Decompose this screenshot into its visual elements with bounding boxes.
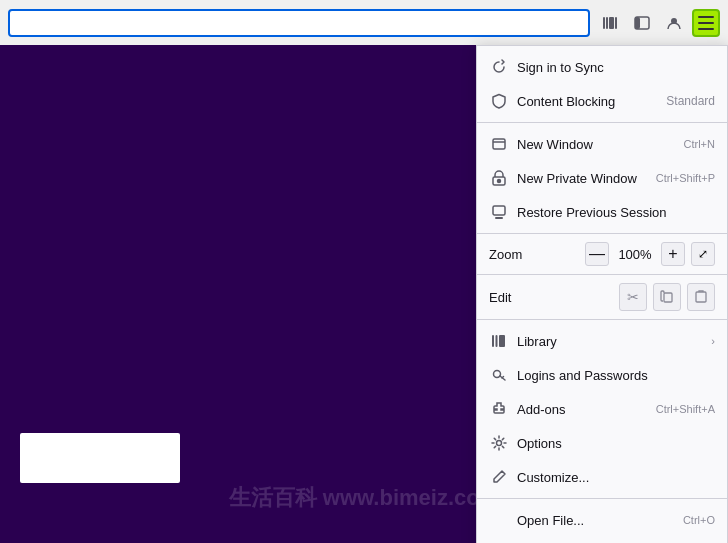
menu-item-open-file[interactable]: Open File... Ctrl+O xyxy=(477,503,727,537)
zoom-row: Zoom — 100% + ⤢ xyxy=(477,238,727,270)
customize-icon xyxy=(489,467,509,487)
zoom-plus-icon: + xyxy=(668,245,677,263)
restore-icon xyxy=(489,202,509,222)
svg-rect-10 xyxy=(493,139,505,149)
svg-rect-2 xyxy=(609,17,614,29)
open-file-label: Open File... xyxy=(517,513,675,528)
zoom-out-button[interactable]: — xyxy=(585,242,609,266)
svg-rect-9 xyxy=(698,28,714,30)
sidebar-button[interactable] xyxy=(628,9,656,37)
divider-2 xyxy=(477,233,727,234)
svg-rect-1 xyxy=(606,17,608,29)
addons-label: Add-ons xyxy=(517,402,648,417)
menu-item-sign-in-sync[interactable]: Sign in to Sync xyxy=(477,50,727,84)
edit-row: Edit ✂ xyxy=(477,279,727,315)
divider-5 xyxy=(477,498,727,499)
zoom-fullscreen-button[interactable]: ⤢ xyxy=(691,242,715,266)
zoom-label: Zoom xyxy=(489,247,579,262)
watermark: 生活百科 www.bimeiz.com xyxy=(229,483,500,513)
toolbar-icons xyxy=(596,9,720,37)
edit-label: Edit xyxy=(489,290,613,305)
library-chevron-icon: › xyxy=(711,335,715,347)
options-icon xyxy=(489,433,509,453)
svg-rect-15 xyxy=(495,217,503,219)
menu-item-options[interactable]: Options xyxy=(477,426,727,460)
addons-icon xyxy=(489,399,509,419)
svg-rect-3 xyxy=(615,17,617,29)
page-white-block xyxy=(20,433,180,483)
menu-item-save-page[interactable]: Save Page As... Ctrl+S xyxy=(477,537,727,543)
svg-rect-20 xyxy=(499,335,505,347)
svg-rect-19 xyxy=(496,335,498,347)
svg-rect-0 xyxy=(603,17,605,29)
svg-rect-8 xyxy=(698,22,714,24)
browser-toolbar xyxy=(0,0,728,45)
hamburger-menu: Sign in to Sync Content Blocking Standar… xyxy=(476,45,728,543)
divider-1 xyxy=(477,122,727,123)
options-label: Options xyxy=(517,436,715,451)
svg-rect-17 xyxy=(696,292,706,302)
library-button[interactable] xyxy=(596,9,624,37)
menu-item-customize[interactable]: Customize... xyxy=(477,460,727,494)
menu-item-addons[interactable]: Add-ons Ctrl+Shift+A xyxy=(477,392,727,426)
restore-session-label: Restore Previous Session xyxy=(517,205,715,220)
sync-icon xyxy=(489,57,509,77)
new-window-label: New Window xyxy=(517,137,676,152)
svg-rect-18 xyxy=(492,335,494,347)
svg-rect-14 xyxy=(493,206,505,215)
new-window-icon xyxy=(489,134,509,154)
logins-passwords-label: Logins and Passwords xyxy=(517,368,715,383)
private-window-icon xyxy=(489,168,509,188)
new-window-shortcut: Ctrl+N xyxy=(684,138,715,150)
copy-icon xyxy=(660,289,674,306)
cut-icon: ✂ xyxy=(627,289,639,305)
content-blocking-value: Standard xyxy=(666,94,715,108)
addons-shortcut: Ctrl+Shift+A xyxy=(656,403,715,415)
menu-item-restore-session[interactable]: Restore Previous Session xyxy=(477,195,727,229)
new-private-window-label: New Private Window xyxy=(517,171,648,186)
paste-icon xyxy=(694,289,708,306)
zoom-in-button[interactable]: + xyxy=(661,242,685,266)
svg-point-22 xyxy=(497,441,502,446)
zoom-expand-icon: ⤢ xyxy=(698,247,708,261)
divider-4 xyxy=(477,319,727,320)
open-file-icon xyxy=(489,510,509,530)
account-button[interactable] xyxy=(660,9,688,37)
hamburger-button[interactable] xyxy=(692,9,720,37)
paste-button[interactable] xyxy=(687,283,715,311)
divider-3 xyxy=(477,274,727,275)
content-blocking-label: Content Blocking xyxy=(517,94,658,109)
zoom-value: 100% xyxy=(615,247,655,262)
sign-in-sync-label: Sign in to Sync xyxy=(517,60,715,75)
library-menu-icon xyxy=(489,331,509,351)
copy-button[interactable] xyxy=(653,283,681,311)
address-bar[interactable] xyxy=(8,9,590,37)
open-file-shortcut: Ctrl+O xyxy=(683,514,715,526)
menu-item-library[interactable]: Library › xyxy=(477,324,727,358)
svg-rect-7 xyxy=(698,16,714,18)
svg-point-13 xyxy=(498,180,501,183)
shield-icon xyxy=(489,91,509,111)
customize-label: Customize... xyxy=(517,470,715,485)
zoom-minus-icon: — xyxy=(589,245,605,263)
new-private-window-shortcut: Ctrl+Shift+P xyxy=(656,172,715,184)
menu-item-new-window[interactable]: New Window Ctrl+N xyxy=(477,127,727,161)
key-icon xyxy=(489,365,509,385)
menu-item-content-blocking[interactable]: Content Blocking Standard xyxy=(477,84,727,118)
svg-rect-16 xyxy=(664,293,672,302)
menu-item-new-private-window[interactable]: New Private Window Ctrl+Shift+P xyxy=(477,161,727,195)
cut-button[interactable]: ✂ xyxy=(619,283,647,311)
library-label: Library xyxy=(517,334,711,349)
menu-item-logins-passwords[interactable]: Logins and Passwords xyxy=(477,358,727,392)
svg-rect-5 xyxy=(635,17,640,29)
